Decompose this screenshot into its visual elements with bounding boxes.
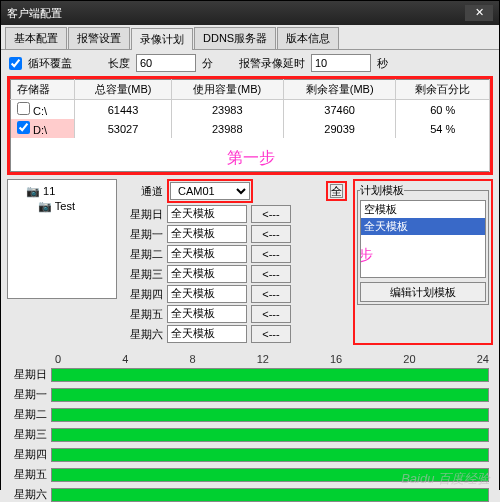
timeline-day-label: 星期四 — [11, 447, 51, 462]
channel-select[interactable]: CAM01 — [170, 182, 250, 200]
step-one-label: 第一步 — [17, 148, 485, 169]
day-template: 全天模板 — [167, 205, 247, 223]
timeline-day-label: 星期六 — [11, 487, 51, 502]
timeline-bar[interactable] — [51, 388, 489, 402]
timeline-day-label: 星期日 — [11, 367, 51, 382]
unit-min: 分 — [202, 56, 213, 71]
col-pct: 剩余百分比 — [396, 80, 490, 100]
timeline-bar[interactable] — [51, 428, 489, 442]
day-label: 星期三 — [123, 267, 163, 282]
tree-child[interactable]: 📷 Test — [12, 199, 112, 214]
day-label: 星期一 — [123, 227, 163, 242]
apply-arrow-button[interactable]: <--- — [251, 265, 291, 283]
timeline-bar[interactable] — [51, 488, 489, 502]
plan-template-panel: 计划模板 空模板 全天模板 第二步 编辑计划模板 — [353, 179, 493, 345]
day-label: 星期二 — [123, 247, 163, 262]
drive-c-checkbox[interactable] — [17, 102, 30, 115]
all-button[interactable]: 全 — [330, 184, 343, 198]
channel-label: 通道 — [123, 184, 163, 199]
day-label: 星期日 — [123, 207, 163, 222]
apply-arrow-button[interactable]: <--- — [251, 285, 291, 303]
day-template: 全天模板 — [167, 305, 247, 323]
device-tree[interactable]: 📷 11 📷 Test — [7, 179, 117, 299]
day-template: 全天模板 — [167, 225, 247, 243]
list-item[interactable]: 全天模板 — [361, 218, 485, 235]
close-icon[interactable]: ✕ — [465, 5, 493, 21]
apply-arrow-button[interactable]: <--- — [251, 245, 291, 263]
apply-arrow-button[interactable]: <--- — [251, 225, 291, 243]
loop-cover-label: 循环覆盖 — [28, 56, 72, 71]
col-storage: 存储器 — [11, 80, 75, 100]
day-template: 全天模板 — [167, 265, 247, 283]
tab-alarm[interactable]: 报警设置 — [68, 27, 130, 49]
timeline-bar[interactable] — [51, 408, 489, 422]
day-template: 全天模板 — [167, 285, 247, 303]
col-total: 总容量(MB) — [75, 80, 171, 100]
tab-basic[interactable]: 基本配置 — [5, 27, 67, 49]
timeline-day-label: 星期五 — [11, 467, 51, 482]
col-used: 使用容量(MB) — [171, 80, 283, 100]
day-label: 星期四 — [123, 287, 163, 302]
titlebar: 客户端配置 ✕ — [1, 1, 499, 25]
col-free: 剩余容量(MB) — [283, 80, 395, 100]
watermark: Baidu 百度经验 — [401, 470, 490, 488]
alarm-delay-input[interactable] — [311, 54, 371, 72]
length-label: 长度 — [108, 56, 130, 71]
timeline-bar[interactable] — [51, 368, 489, 382]
tab-record-plan[interactable]: 录像计划 — [131, 28, 193, 50]
tab-version[interactable]: 版本信息 — [277, 27, 339, 49]
day-template: 全天模板 — [167, 325, 247, 343]
template-list[interactable]: 空模板 全天模板 第二步 — [360, 200, 486, 278]
day-label: 星期六 — [123, 327, 163, 342]
loop-cover-checkbox[interactable] — [9, 57, 22, 70]
alarm-delay-label: 报警录像延时 — [239, 56, 305, 71]
day-template: 全天模板 — [167, 245, 247, 263]
tree-root[interactable]: 📷 11 — [12, 184, 112, 199]
list-item[interactable]: 空模板 — [361, 201, 485, 218]
tab-ddns[interactable]: DDNS服务器 — [194, 27, 276, 49]
timeline-bar[interactable] — [51, 448, 489, 462]
edit-template-button[interactable]: 编辑计划模板 — [360, 282, 486, 302]
tabstrip: 基本配置 报警设置 录像计划 DDNS服务器 版本信息 — [1, 25, 499, 50]
storage-panel: 存储器 总容量(MB) 使用容量(MB) 剩余容量(MB) 剩余百分比 C:\ … — [7, 76, 493, 175]
plan-legend: 计划模板 — [360, 183, 404, 198]
timeline-ticks: 04812162024 — [11, 353, 489, 365]
apply-arrow-button[interactable]: <--- — [251, 325, 291, 343]
apply-arrow-button[interactable]: <--- — [251, 205, 291, 223]
table-row[interactable]: C:\ 61443 23983 37460 60 % — [11, 100, 490, 120]
timeline-day-label: 星期一 — [11, 387, 51, 402]
length-input[interactable] — [136, 54, 196, 72]
apply-arrow-button[interactable]: <--- — [251, 305, 291, 323]
unit-sec: 秒 — [377, 56, 388, 71]
step-two-label: 第二步 — [360, 245, 449, 266]
day-label: 星期五 — [123, 307, 163, 322]
window-title: 客户端配置 — [7, 6, 62, 21]
table-row[interactable]: D:\ 53027 23988 29039 54 % — [11, 119, 490, 138]
drive-d-checkbox[interactable] — [17, 121, 30, 134]
timeline-day-label: 星期三 — [11, 427, 51, 442]
timeline-day-label: 星期二 — [11, 407, 51, 422]
